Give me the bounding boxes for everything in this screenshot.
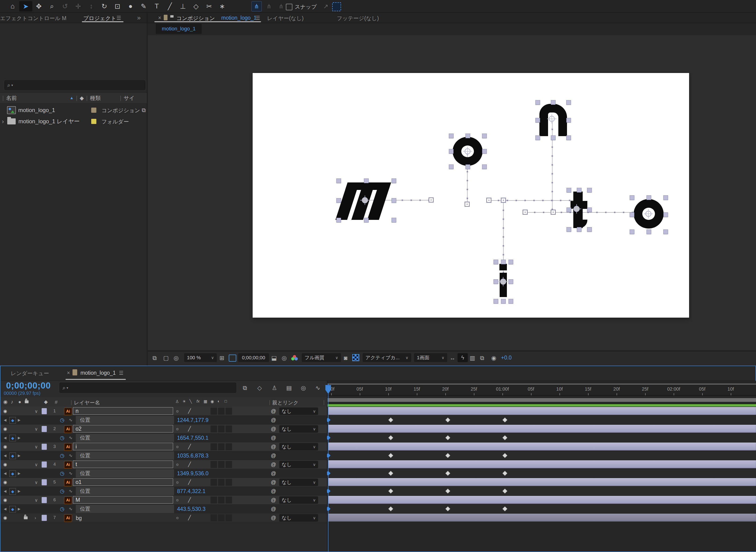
selection-handle[interactable] — [482, 149, 487, 154]
switch-cell[interactable] — [218, 514, 224, 521]
position-label[interactable]: 位置 — [76, 505, 174, 513]
layer-name[interactable]: o2 — [73, 425, 173, 432]
selection-handle[interactable] — [508, 299, 513, 304]
keyframe-toggle[interactable]: ◆ — [9, 435, 16, 441]
world-axis-mode[interactable]: ⋔ — [264, 1, 274, 11]
tab-layer[interactable]: レイヤー(なし) — [267, 15, 304, 22]
anchor-point[interactable] — [500, 279, 506, 285]
close-tab-icon[interactable]: × — [158, 15, 161, 21]
position-label[interactable]: 位置 — [76, 434, 174, 442]
selection-handle[interactable] — [551, 135, 556, 140]
selection-handle[interactable] — [392, 218, 396, 223]
time-ruler[interactable]: 00f05f10f15f20f25f01:00f05f10f15f20f25f0… — [327, 385, 756, 396]
expander-icon[interactable]: ∨ — [35, 480, 38, 485]
keyframe-diamond[interactable] — [388, 489, 393, 494]
collapse-switch-icon[interactable]: ☼ — [175, 409, 179, 414]
layer-row-o1[interactable]: ◉∨5Aio1☼╱@なし∨ — [0, 478, 327, 487]
quality-switch-icon[interactable]: ╱ — [188, 444, 191, 449]
quality-switch-icon[interactable]: ╱ — [188, 515, 191, 521]
stopwatch-icon[interactable]: ◷ — [60, 470, 64, 476]
selection-handle[interactable] — [646, 230, 651, 234]
grid-guides-icon[interactable]: ⊞ — [219, 355, 224, 362]
position-value[interactable]: 877.4,322.1 — [177, 488, 205, 495]
project-item-composition[interactable]: motion_logo_1 コンポジション ⧉ — [0, 105, 147, 116]
switch-cell[interactable] — [225, 461, 232, 468]
parent-dropdown[interactable]: なし∨ — [279, 443, 318, 450]
exposure-value[interactable]: +0.0 — [501, 355, 511, 361]
snap-checkbox[interactable] — [286, 4, 292, 10]
selection-handle[interactable] — [566, 100, 571, 105]
expander-icon[interactable]: ∨ — [35, 444, 38, 449]
switch-column-icon[interactable]: ◉ — [210, 399, 214, 404]
position-property-row[interactable]: ◀◆▶◷∿位置1244.7,177.9@ — [0, 416, 327, 424]
tab-composition-label[interactable]: コンポジション — [176, 15, 215, 22]
position-value[interactable]: 1654.7,550.1 — [177, 435, 208, 441]
quality-switch-icon[interactable]: ╱ — [188, 497, 191, 503]
anchor-point[interactable] — [465, 148, 471, 154]
hand-tool[interactable]: ✥ — [32, 1, 45, 11]
selection-handle[interactable] — [536, 135, 540, 140]
item-label-swatch[interactable] — [91, 108, 96, 113]
comp-marker-bar[interactable] — [327, 398, 756, 402]
keyframe-lane[interactable] — [327, 505, 756, 513]
clone-stamp-tool[interactable]: ⊥ — [176, 1, 189, 11]
layer-label-swatch[interactable] — [42, 408, 47, 414]
switch-cell[interactable] — [218, 443, 224, 450]
tab-project[interactable]: プロジェクト — [83, 15, 116, 22]
layer-duration-bar-bg[interactable] — [328, 514, 756, 522]
view-layout-dropdown[interactable]: 1画面∨ — [414, 353, 447, 362]
collapse-switch-icon[interactable]: ☼ — [175, 444, 179, 449]
collapse-switch-icon[interactable]: ☼ — [175, 498, 179, 503]
selection-handle[interactable] — [630, 213, 634, 217]
parent-pickwhip-icon[interactable]: @ — [271, 506, 276, 512]
dolly-camera-tool[interactable]: ↕ — [85, 1, 98, 11]
view-axis-mode[interactable]: ⋔ — [276, 1, 286, 11]
next-keyframe-icon[interactable]: ▶ — [18, 507, 21, 511]
layer-duration-bar-i[interactable] — [328, 442, 756, 450]
layer-row-o2[interactable]: ◉∨2Aio2☼╱@なし∨ — [0, 424, 327, 433]
next-keyframe-icon[interactable]: ▶ — [18, 418, 21, 422]
preview-time[interactable]: 0;00;00;00 — [238, 353, 269, 362]
parent-pickwhip-icon[interactable]: @ — [271, 461, 276, 467]
target-region-icon[interactable]: ◙ — [344, 355, 347, 362]
home-tool[interactable]: ⌂ — [6, 1, 19, 11]
tab-footage[interactable]: フッテージ(なし) — [337, 15, 379, 22]
switch-cell[interactable] — [218, 425, 224, 432]
keyframe-diamond[interactable] — [445, 435, 450, 440]
selection-handle[interactable] — [630, 195, 634, 200]
selection-handle[interactable] — [449, 164, 454, 169]
snapshot-icon[interactable]: ⬓ — [271, 355, 277, 362]
selection-handle[interactable] — [449, 149, 454, 154]
motion-path-endpoint[interactable] — [522, 210, 528, 215]
viewer-subtab[interactable]: motion_logo_1 — [156, 24, 202, 34]
lock-icon[interactable] — [24, 517, 28, 519]
pen-tool[interactable]: ✎ — [137, 1, 150, 11]
switch-cell[interactable] — [218, 479, 224, 486]
selection-handle[interactable] — [567, 227, 571, 232]
motion-path-endpoint[interactable] — [465, 201, 470, 207]
project-panel-menu-icon[interactable]: ☰ — [117, 15, 121, 21]
previous-keyframe-icon[interactable]: ◀ — [4, 436, 7, 440]
parent-dropdown[interactable]: なし∨ — [279, 407, 318, 415]
selection-handle[interactable] — [493, 279, 498, 284]
channel-icon[interactable] — [293, 355, 296, 358]
selection-handle[interactable] — [336, 198, 341, 203]
project-item-folder[interactable]: › motion_logo_1 レイヤー フォルダー — [0, 116, 147, 127]
switch-cell[interactable] — [210, 408, 217, 415]
selection-handle[interactable] — [536, 118, 540, 123]
magnification-dropdown[interactable]: 100 %∨ — [184, 353, 217, 362]
comp-panel-menu-icon[interactable]: ☰ — [256, 15, 260, 21]
pan-behind-tool[interactable]: ⊡ — [111, 1, 124, 11]
frame-blend-icon[interactable]: ▤ — [286, 385, 292, 391]
layer-name[interactable]: bg — [76, 515, 82, 521]
video-eye-icon[interactable]: ◉ — [3, 399, 7, 405]
keyframe-toggle[interactable]: ◆ — [9, 417, 16, 424]
expander-icon[interactable]: ∨ — [35, 498, 38, 503]
position-label[interactable]: 位置 — [76, 487, 174, 496]
keyframe-diamond[interactable] — [445, 418, 450, 422]
selection-tool[interactable]: ➤ — [19, 1, 32, 11]
layer-name[interactable]: i — [73, 443, 173, 450]
pixel-aspect-icon[interactable]: ↔ — [450, 355, 455, 362]
position-property-row[interactable]: ◀◆▶◷∿位置1349.9,536.0@ — [0, 469, 327, 478]
arrow-misc-icon[interactable]: ↗ — [323, 3, 328, 10]
